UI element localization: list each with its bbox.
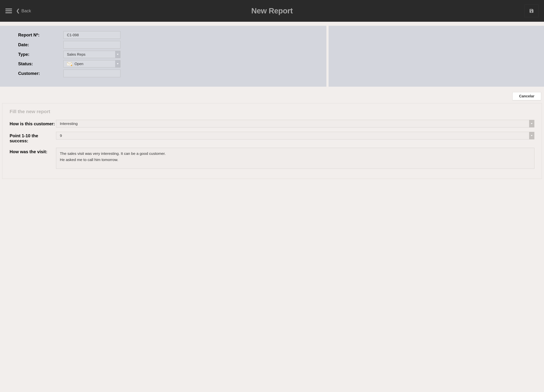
label-status: Status: — [18, 61, 64, 66]
summary-side-panel — [329, 26, 544, 87]
customer-rating-select[interactable]: Interesting — [56, 120, 534, 127]
row-type: Type: Sales Reps — [18, 51, 319, 58]
report-no-input[interactable] — [64, 31, 120, 39]
cancel-button[interactable]: Cancelar — [512, 92, 541, 100]
summary-form-panel: Report Nº: Date: Type: Sales Reps Status… — [0, 26, 326, 87]
envelope-star-icon: ★ — [67, 62, 72, 66]
chevron-down-icon — [529, 120, 534, 127]
chevron-down-icon — [115, 51, 120, 58]
row-customer-rating: How is this customer: Interesting — [10, 120, 534, 127]
report-form-section: Fill the new report How is this customer… — [2, 103, 542, 179]
chevron-left-icon: ❮ — [16, 8, 20, 14]
label-customer-rating: How is this customer: — [10, 120, 56, 126]
section-title: Fill the new report — [10, 109, 534, 114]
label-customer: Customer: — [18, 71, 64, 76]
app-header: ❮ Back New Report — [0, 0, 544, 22]
row-visit-notes: How was the visit: — [10, 148, 534, 169]
back-label: Back — [21, 8, 31, 13]
page-title: New Report — [251, 6, 293, 15]
label-report-no: Report Nº: — [18, 32, 64, 37]
chevron-down-icon — [529, 132, 534, 139]
date-input[interactable] — [64, 41, 120, 49]
customer-rating-value: Interesting — [56, 121, 529, 126]
success-score-value: 9 — [56, 133, 529, 138]
status-select[interactable]: ★ Open — [64, 60, 120, 67]
label-visit-notes: How was the visit: — [10, 148, 56, 154]
row-success-score: Point 1-10 the success: 9 — [10, 132, 534, 143]
row-date: Date: — [18, 41, 319, 49]
label-success-score: Point 1-10 the success: — [10, 132, 56, 143]
visit-notes-textarea[interactable] — [56, 148, 534, 169]
label-date: Date: — [18, 42, 64, 47]
back-button[interactable]: ❮ Back — [16, 8, 31, 14]
chevron-down-icon — [115, 60, 120, 67]
status-select-value: Open — [75, 62, 83, 66]
customer-input[interactable] — [64, 70, 120, 77]
menu-icon[interactable] — [6, 9, 12, 13]
type-select-value: Sales Reps — [64, 52, 115, 57]
save-icon — [529, 8, 534, 13]
cancel-row: Cancelar — [0, 87, 544, 103]
save-button[interactable] — [524, 5, 538, 17]
row-status: Status: ★ Open — [18, 60, 319, 67]
success-score-select[interactable]: 9 — [56, 132, 534, 139]
summary-panels: Report Nº: Date: Type: Sales Reps Status… — [0, 26, 544, 87]
row-report-no: Report Nº: — [18, 31, 319, 39]
label-type: Type: — [18, 52, 64, 57]
type-select[interactable]: Sales Reps — [64, 51, 120, 58]
row-customer: Customer: — [18, 70, 319, 77]
